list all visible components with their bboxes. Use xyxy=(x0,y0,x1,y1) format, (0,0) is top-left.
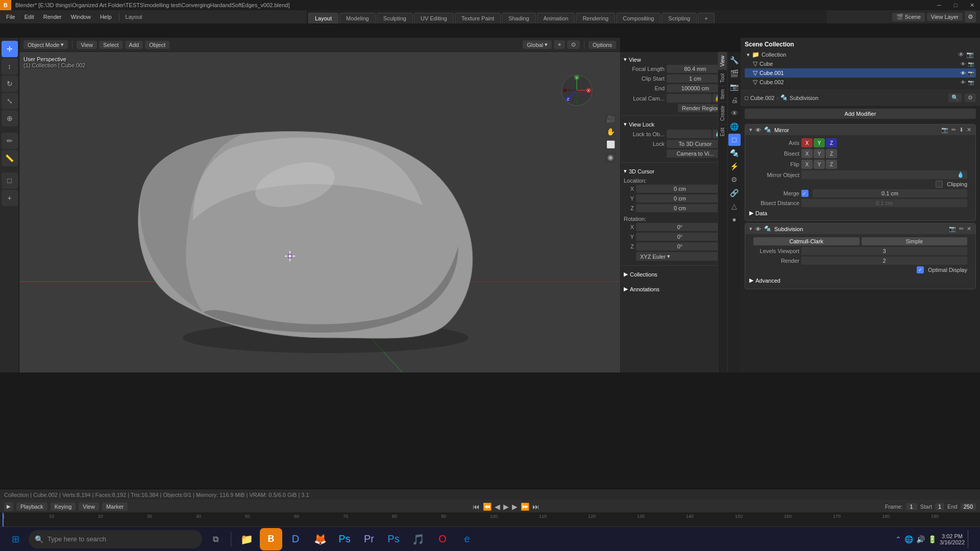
jump-end-btn[interactable]: ⏭ xyxy=(532,503,540,511)
mirror-edit-icon[interactable]: ✏ xyxy=(951,127,956,133)
taskbar-edge[interactable]: e xyxy=(456,528,478,550)
battery-icon[interactable]: 🔋 xyxy=(928,535,937,543)
object-properties-icon[interactable]: □ xyxy=(728,134,741,146)
sub-delete-icon[interactable]: ✕ xyxy=(967,226,971,232)
cursor-y-value[interactable]: 0 cm xyxy=(636,194,724,203)
network-icon[interactable]: 🌐 xyxy=(904,535,913,543)
global-local-select[interactable]: Global ▾ xyxy=(523,40,552,49)
data-properties-icon[interactable]: △ xyxy=(728,200,741,212)
pan-icon[interactable]: ✋ xyxy=(605,126,616,137)
win-minimize[interactable]: ─ xyxy=(931,0,947,10)
bisect-x-btn[interactable]: X xyxy=(801,149,813,158)
menu-file[interactable]: File xyxy=(2,13,19,21)
cursor-z-value[interactable]: 0 cm xyxy=(636,204,724,212)
clock[interactable]: 3:02 PM 3/16/2022 xyxy=(940,533,965,545)
sub-vis-icon[interactable]: 👁 xyxy=(755,226,761,232)
timeline-playhead[interactable] xyxy=(3,513,4,527)
sub-collapse-icon[interactable]: ▾ xyxy=(749,226,752,232)
render-engine-icon[interactable]: ⚙ xyxy=(965,11,976,22)
end-frame-value[interactable]: 250 xyxy=(961,503,976,510)
camera-lock-btn[interactable]: Camera to Vi... xyxy=(667,149,724,158)
clip-end-value[interactable]: 100000 cm xyxy=(667,84,724,92)
collection-render-icon[interactable]: 📷 xyxy=(966,51,974,58)
cursor-x-value[interactable]: 0 cm xyxy=(636,185,724,193)
add-modifier-btn[interactable]: Add Modifier xyxy=(745,109,976,119)
tab-texture-paint[interactable]: Texture Paint xyxy=(455,13,501,23)
render-level-value[interactable]: 2 xyxy=(801,257,967,265)
taskbar-photoshop[interactable]: Ps xyxy=(333,528,356,550)
menu-window[interactable]: Window xyxy=(67,13,95,21)
play-btn[interactable]: ▶ xyxy=(503,503,509,511)
tab-create[interactable]: Create xyxy=(718,102,727,124)
view-layer-properties-icon[interactable]: 👁 xyxy=(728,107,741,119)
simple-btn[interactable]: Simple xyxy=(862,237,968,245)
focal-length-value[interactable]: 80.4 mm xyxy=(667,65,724,73)
prev-frame-btn[interactable]: ⏪ xyxy=(483,503,492,511)
object-menu-btn[interactable]: Object xyxy=(145,41,169,49)
merge-value[interactable]: 0.1 cm xyxy=(813,189,967,197)
active-tool-icon[interactable]: 🔧 xyxy=(728,54,741,66)
data-section-title[interactable]: ▶ Data xyxy=(749,210,971,216)
menu-edit[interactable]: Edit xyxy=(20,13,38,21)
timeline-scrubber[interactable]: 1 10 20 30 40 50 60 70 80 90 100 110 120… xyxy=(0,513,980,527)
tab-modeling[interactable]: Modeling xyxy=(339,13,376,23)
world-properties-icon[interactable]: 🌐 xyxy=(728,120,741,133)
viewport-options-btn[interactable]: Options xyxy=(589,41,616,49)
playback-btn[interactable]: Playback xyxy=(16,503,47,511)
timeline-playback-icon[interactable]: ▶ xyxy=(4,502,13,511)
prev-keyframe-btn[interactable]: ◀ xyxy=(495,503,500,511)
viewport-snap-btn[interactable]: ⌖ xyxy=(554,40,565,49)
win-maximize[interactable]: □ xyxy=(947,0,964,10)
lock-to-obj-value[interactable]: 💧 xyxy=(667,130,724,138)
tool-measure[interactable]: 📏 xyxy=(2,150,18,166)
bisect-y-btn[interactable]: Y xyxy=(814,149,825,158)
cube-render-icon[interactable]: 📷 xyxy=(968,61,974,67)
mirror-collapse-icon[interactable]: ▾ xyxy=(749,127,752,133)
tab-item[interactable]: Item xyxy=(718,86,727,102)
tool-rotate[interactable]: ↻ xyxy=(2,76,18,92)
menu-render[interactable]: Render xyxy=(39,13,66,21)
tab-shading[interactable]: Shading xyxy=(502,13,535,23)
tab-add[interactable]: + xyxy=(698,13,714,23)
levels-viewport-value[interactable]: 3 xyxy=(801,247,967,255)
tab-scripting[interactable]: Scripting xyxy=(662,13,697,23)
axis-x-btn[interactable]: X xyxy=(801,138,813,147)
merge-check[interactable]: ✓ xyxy=(801,190,808,197)
tab-sculpting[interactable]: Sculpting xyxy=(377,13,413,23)
taskbar-ps2[interactable]: Ps xyxy=(382,528,405,550)
viewport-mode-select[interactable]: Object Mode ▾ xyxy=(23,40,68,49)
shader-view-icon[interactable]: ◉ xyxy=(605,152,616,163)
axis-y-btn[interactable]: Y xyxy=(814,138,825,147)
mirror-vis-icon[interactable]: 👁 xyxy=(755,127,761,133)
start-frame-value[interactable]: 1 xyxy=(935,503,944,510)
cursor-rx-value[interactable]: 0° xyxy=(636,223,724,231)
render-view-icon[interactable]: ⬜ xyxy=(605,139,616,150)
collections-title[interactable]: ▶ Collections xyxy=(624,269,724,280)
flip-x-btn[interactable]: X xyxy=(801,160,813,169)
cube002-render-icon[interactable]: 📷 xyxy=(968,80,974,85)
menu-help[interactable]: Help xyxy=(96,13,116,21)
collection-vis-icon[interactable]: 👁 xyxy=(958,51,964,58)
show-desktop-btn[interactable] xyxy=(968,530,972,548)
marker-btn[interactable]: Marker xyxy=(102,503,128,511)
taskbar-blender[interactable]: B xyxy=(260,528,282,550)
sub-edit-icon[interactable]: ✏ xyxy=(959,226,964,232)
cube002-vis-icon[interactable]: 👁 xyxy=(961,80,966,85)
start-button[interactable]: ⊞ xyxy=(4,528,27,550)
bisect-dist-value[interactable]: 0.1 cm xyxy=(801,199,967,207)
local-camera-value[interactable]: 🔒 xyxy=(667,94,724,103)
taskbar-firefox[interactable]: 🦊 xyxy=(309,528,331,550)
euler-select[interactable]: XYZ Euler ▾ xyxy=(636,252,724,261)
collection-cube001[interactable]: ▽ Cube.001 👁 📷 xyxy=(745,68,976,78)
mirror-delete-icon[interactable]: ✕ xyxy=(967,127,971,133)
optimal-display-check[interactable]: ✓ xyxy=(917,266,924,273)
flip-y-btn[interactable]: Y xyxy=(814,160,825,169)
output-properties-icon[interactable]: 🖨 xyxy=(728,94,741,106)
zoom-camera-icon[interactable]: 🎥 xyxy=(605,113,616,124)
taskbar-opera[interactable]: O xyxy=(431,528,454,550)
taskview-btn[interactable]: ⧉ xyxy=(204,528,227,550)
scene-select[interactable]: 🎬 Scene xyxy=(892,13,925,21)
view-lock-title[interactable]: ▾ View Lock xyxy=(624,119,724,130)
win-close[interactable]: ✕ xyxy=(964,0,980,10)
cursor-section-title[interactable]: ▾ 3D Cursor xyxy=(624,166,724,177)
